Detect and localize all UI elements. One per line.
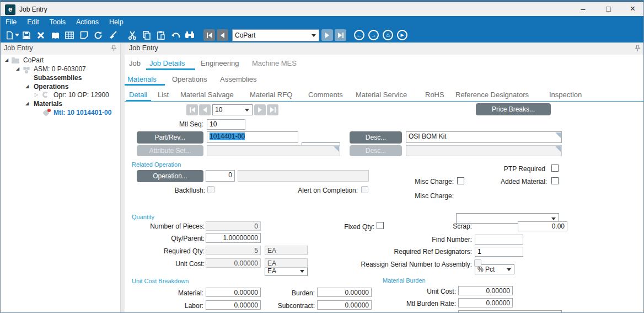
tab-materials[interactable]: Materials	[127, 75, 157, 83]
mtl-seq-combobox[interactable]: 10	[212, 104, 253, 115]
maximize-button[interactable]: □	[596, 2, 621, 17]
subcontract-cost-field[interactable]: 0.00000	[317, 300, 372, 310]
undo-icon[interactable]	[168, 29, 183, 41]
minimize-button[interactable]: –	[571, 2, 595, 17]
tab-assemblies[interactable]: Assemblies	[220, 75, 256, 83]
tab-machine-mes[interactable]: Machine MES	[252, 59, 297, 67]
previous-record-button[interactable]	[217, 29, 228, 41]
new-dropdown-caret-icon[interactable]	[15, 34, 19, 36]
find-number-input[interactable]	[477, 236, 520, 243]
burden-cost-field[interactable]: 0.00000	[317, 288, 372, 297]
expander-icon[interactable]: ◢	[25, 101, 29, 106]
expand-corner-icon[interactable]	[555, 132, 561, 138]
pin-icon[interactable]	[635, 45, 641, 52]
grid-icon[interactable]	[62, 29, 77, 41]
menu-edit[interactable]: Edit	[27, 18, 39, 26]
description-button[interactable]: Desc...	[350, 131, 402, 144]
back-circle-button[interactable]: ←	[354, 30, 364, 40]
tree-node-assembly[interactable]: ◢ ASM: 0 P-603007	[1, 65, 121, 73]
scrap-value-field[interactable]: 0.00	[518, 221, 567, 231]
chevron-down-icon[interactable]	[300, 270, 304, 273]
tab-engineering[interactable]: Engineering	[201, 59, 239, 67]
expander-icon[interactable]: ◢	[16, 66, 19, 71]
print-icon[interactable]	[48, 29, 62, 41]
cut-icon[interactable]	[125, 29, 139, 41]
find-number-field[interactable]	[475, 235, 523, 245]
copy-icon[interactable]	[139, 29, 154, 41]
chevron-down-icon[interactable]	[245, 109, 249, 112]
part-number-field[interactable]: 1014401-00	[207, 131, 298, 143]
tree-node-label[interactable]: Operations	[34, 83, 68, 91]
panel-splitter[interactable]	[121, 43, 125, 313]
tree-node-label[interactable]: Materials	[34, 100, 62, 108]
tab-inspection[interactable]: Inspection	[549, 91, 582, 99]
tab-job-details[interactable]: Job Details	[149, 59, 185, 67]
tree-node-subassemblies[interactable]: Subassemblies	[1, 74, 121, 82]
operation-seq-field[interactable]: 0	[206, 170, 235, 182]
tree-node-materials[interactable]: ◢ Materials	[1, 100, 121, 108]
tree-node-label[interactable]: Mtl: 10 1014401-00	[53, 109, 111, 116]
search-icon[interactable]	[183, 29, 197, 41]
tree-node-label[interactable]: CoPart	[23, 56, 44, 64]
refresh-icon[interactable]	[91, 29, 105, 41]
tab-comments[interactable]: Comments	[308, 91, 343, 99]
pin-icon[interactable]	[111, 45, 117, 52]
menu-tools[interactable]: Tools	[50, 18, 66, 26]
new-document-icon[interactable]	[5, 29, 19, 41]
tree-node-label[interactable]: ASM: 0 P-603007	[34, 65, 86, 73]
run-circle-button[interactable]: ▶	[397, 30, 407, 40]
chevron-down-icon[interactable]	[551, 217, 556, 220]
required-ref-designators-field[interactable]	[475, 247, 523, 257]
related-operation-group-label: Related Operation	[132, 161, 181, 168]
close-button[interactable]: ×	[620, 2, 644, 17]
expander-icon[interactable]: ▷	[35, 92, 38, 97]
mb-unit-cost-field[interactable]: 0.00000	[458, 286, 513, 295]
material-cost-field[interactable]: 0.00000	[206, 288, 261, 297]
qty-parent-field[interactable]: 1.00000000	[206, 233, 261, 243]
menu-file[interactable]: File	[6, 18, 17, 26]
mtl-burden-rate-field[interactable]: 0.00000	[458, 298, 513, 307]
tab-list[interactable]: List	[158, 91, 169, 99]
forward-circle-button[interactable]: →	[368, 30, 379, 40]
required-ref-designators-input[interactable]	[477, 248, 520, 256]
chevron-down-icon[interactable]	[312, 34, 316, 37]
mtl-seq-input[interactable]	[210, 120, 243, 128]
record-combobox[interactable]: CoPart	[232, 29, 319, 41]
first-record-button[interactable]	[203, 29, 215, 41]
tab-detail[interactable]: Detail	[129, 91, 147, 99]
chevron-down-icon[interactable]	[507, 268, 511, 271]
expander-icon[interactable]: ◢	[5, 57, 8, 62]
menu-actions[interactable]: Actions	[76, 18, 99, 26]
expander-icon[interactable]: ◢	[25, 84, 29, 89]
tree-node-job[interactable]: ◢ CoPart	[1, 56, 121, 65]
tab-rohs[interactable]: RoHS	[425, 91, 444, 99]
delete-icon[interactable]	[34, 29, 48, 41]
paste-icon[interactable]	[154, 29, 168, 41]
misc-charge-checkbox[interactable]	[457, 177, 464, 184]
tab-reference-designators[interactable]: Reference Designators	[455, 91, 529, 99]
tree-node-operation[interactable]: ▷ Opr: 10 OP: 12900	[1, 91, 121, 99]
labor-cost-field[interactable]: 0.00000	[206, 300, 261, 310]
home-circle-button[interactable]: ⌂	[383, 30, 393, 40]
tree-node-material-selected[interactable]: Mtl: 10 1014401-00	[1, 109, 121, 117]
tab-material-service[interactable]: Material Service	[356, 91, 407, 99]
ptp-required-checkbox[interactable]	[551, 165, 559, 172]
memo-icon[interactable]	[77, 29, 91, 41]
fixed-qty-checkbox[interactable]	[377, 222, 384, 229]
tree-node-label[interactable]: Subassemblies	[34, 74, 82, 82]
tab-operations[interactable]: Operations	[172, 75, 207, 83]
tree-node-label[interactable]: Opr: 10 OP: 12900	[53, 91, 109, 99]
added-material-checkbox[interactable]	[551, 177, 559, 184]
tab-material-rfq[interactable]: Material RFQ	[250, 91, 292, 99]
save-icon[interactable]	[19, 29, 34, 41]
part-rev-button[interactable]: Part/Rev...	[137, 131, 203, 144]
part-description-field[interactable]: OSI BOM Kit	[406, 131, 562, 143]
mtl-seq-field[interactable]	[207, 119, 245, 130]
operation-button[interactable]: Operation...	[137, 170, 203, 182]
tab-material-salvage[interactable]: Material Salvage	[180, 91, 234, 99]
tab-job[interactable]: Job	[129, 59, 141, 67]
menu-help[interactable]: Help	[109, 18, 124, 26]
tree-node-operations[interactable]: ◢ Operations	[1, 83, 121, 91]
clear-icon[interactable]	[105, 29, 120, 41]
price-breaks-button[interactable]: Price Breaks...	[476, 103, 551, 115]
